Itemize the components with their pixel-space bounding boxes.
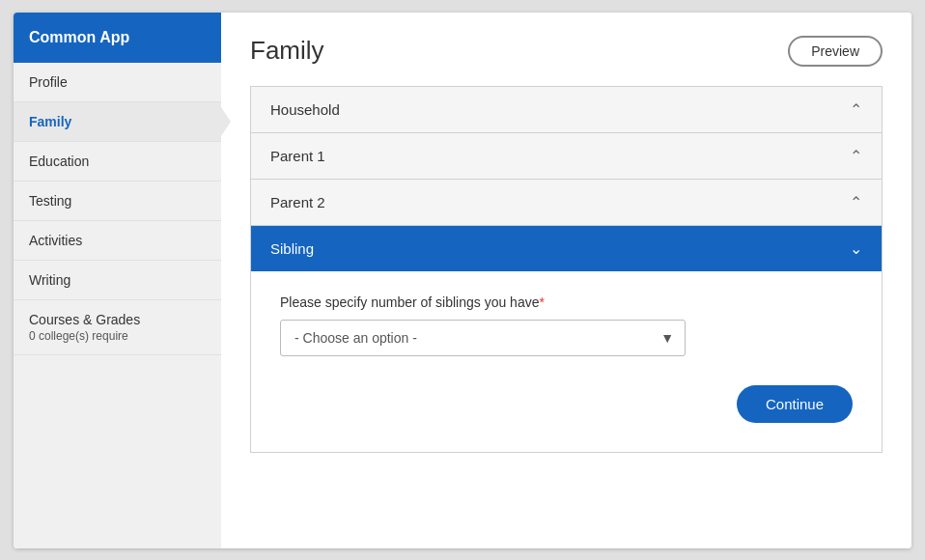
- page-title: Family: [250, 36, 324, 66]
- accordion: Household ⌃ Parent 1 ⌃ Parent 2 ⌃: [250, 86, 883, 453]
- chevron-up-icon-p1: ⌃: [850, 147, 862, 165]
- required-star: *: [539, 294, 544, 310]
- preview-button[interactable]: Preview: [788, 36, 883, 67]
- accordion-header-household[interactable]: Household ⌃: [251, 87, 882, 132]
- accordion-header-parent2[interactable]: Parent 2 ⌃: [251, 180, 882, 225]
- accordion-label-parent2: Parent 2: [270, 194, 325, 210]
- continue-row: Continue: [280, 385, 853, 423]
- sidebar-item-profile[interactable]: Profile: [14, 63, 221, 102]
- sidebar-item-activities[interactable]: Activities: [14, 221, 221, 261]
- siblings-select-wrapper: - Choose an option - 0 1 2 3 4 5+ ▼: [280, 320, 686, 356]
- accordion-label-household: Household: [270, 101, 340, 118]
- sibling-body: Please specify number of siblings you ha…: [251, 271, 882, 452]
- page-header: Family Preview: [250, 36, 883, 67]
- sidebar-item-education[interactable]: Education: [14, 142, 221, 182]
- accordion-item-household: Household ⌃: [251, 87, 882, 133]
- accordion-item-sibling: Sibling ⌄ Please specify number of sibli…: [251, 226, 882, 452]
- sidebar-header: Common App: [14, 13, 221, 63]
- sidebar-item-courses[interactable]: Courses & Grades 0 college(s) require: [14, 300, 221, 355]
- sibling-field-label: Please specify number of siblings you ha…: [280, 294, 853, 310]
- sidebar-item-family[interactable]: Family: [14, 102, 221, 142]
- accordion-item-parent2: Parent 2 ⌃: [251, 180, 882, 226]
- accordion-header-parent1[interactable]: Parent 1 ⌃: [251, 133, 882, 179]
- sidebar-item-testing[interactable]: Testing: [14, 182, 221, 221]
- sidebar: Common App Profile Family Education Test…: [14, 13, 221, 548]
- accordion-item-parent1: Parent 1 ⌃: [251, 133, 882, 180]
- chevron-up-icon-p2: ⌃: [850, 193, 862, 211]
- sidebar-item-writing[interactable]: Writing: [14, 261, 221, 300]
- chevron-down-icon-sibling: ⌄: [850, 239, 862, 258]
- continue-button[interactable]: Continue: [737, 385, 853, 423]
- chevron-up-icon: ⌃: [850, 100, 862, 119]
- app-name: Common App: [29, 29, 129, 46]
- app-container: Common App Profile Family Education Test…: [14, 13, 911, 548]
- siblings-select[interactable]: - Choose an option - 0 1 2 3 4 5+: [280, 320, 686, 356]
- accordion-label-parent1: Parent 1: [270, 148, 325, 164]
- accordion-label-sibling: Sibling: [270, 240, 314, 257]
- accordion-header-sibling[interactable]: Sibling ⌄: [251, 226, 882, 271]
- main-content: Family Preview Household ⌃ Parent 1 ⌃: [221, 13, 911, 548]
